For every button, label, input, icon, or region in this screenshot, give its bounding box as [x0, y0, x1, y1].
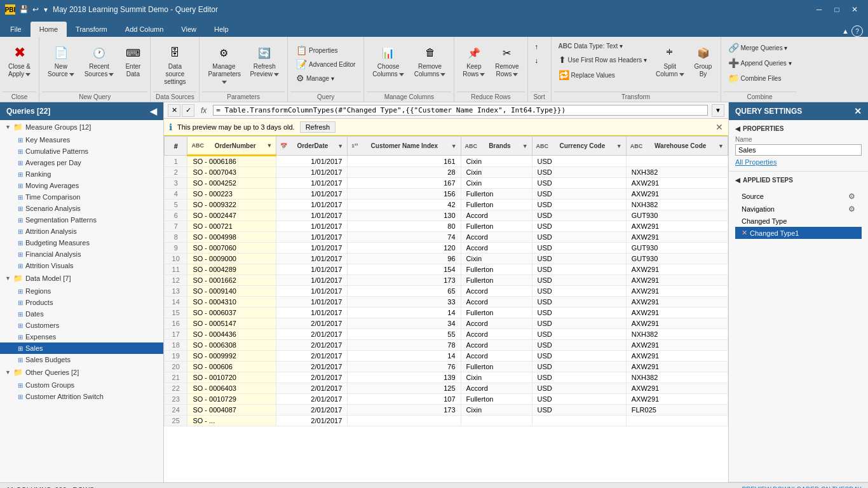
tab-file[interactable]: File — [1, 22, 31, 37]
tab-view[interactable]: View — [172, 22, 205, 37]
gear-icon[interactable]: ⚙ — [848, 192, 855, 201]
table-icon: ⊞ — [18, 159, 23, 166]
sidebar-collapse-btn[interactable]: ◀ — [150, 106, 157, 116]
ribbon-group-combine: 🔗 Merge Queries ▾ ➕ Append Queries ▾ 📁 C… — [721, 37, 799, 102]
remove-columns-button[interactable]: 🗑 RemoveColumns — [410, 41, 450, 81]
cell-currency-code: USD — [532, 318, 626, 329]
append-queries-button[interactable]: ➕ Append Queries ▾ — [725, 56, 795, 70]
properties-button[interactable]: 📋 Properties — [293, 43, 358, 57]
gear-icon[interactable]: ⚙ — [848, 205, 855, 214]
sidebar-item-sales[interactable]: ⊞ Sales — [0, 342, 163, 354]
window-maximize-btn[interactable]: □ — [829, 3, 845, 16]
tab-transform[interactable]: Transform — [67, 22, 116, 37]
cell-order-number: SO - 0004436 — [187, 329, 276, 340]
keep-rows-button[interactable]: 📌 KeepRows — [458, 41, 489, 81]
chevron-down-icon: ◀ — [735, 177, 740, 184]
group-by-button[interactable]: 📦 GroupBy — [690, 41, 717, 81]
sidebar-item-sales-budgets[interactable]: ⊞ Sales Budgets — [0, 354, 163, 365]
sidebar-group-header-data-model[interactable]: ▼ 📁 Data Model [7] — [0, 271, 163, 285]
cell-order-date: 2/01/2017 — [276, 394, 348, 405]
cell-order-date: 2/01/2017 — [276, 318, 348, 329]
sidebar-item-dates[interactable]: ⊞ Dates — [0, 308, 163, 320]
window-minimize-btn[interactable]: ─ — [811, 3, 827, 16]
qs-step-changed-type1[interactable]: ✕ Changed Type1 — [735, 227, 862, 239]
refresh-preview-button[interactable]: 🔄 RefreshPreview — [245, 41, 283, 81]
manage-parameters-button[interactable]: ⚙ ManageParameters — [203, 41, 244, 89]
cell-row-num: 24 — [165, 405, 187, 416]
sidebar-item-customers[interactable]: ⊞ Customers — [0, 320, 163, 331]
sidebar-item-products[interactable]: ⊞ Products — [0, 297, 163, 308]
sidebar-item-time-comparison[interactable]: ⊞ Time Comparison — [0, 191, 163, 203]
sidebar-group-header-measure-groups[interactable]: ▼ 📁 Measure Groups [12] — [0, 120, 163, 134]
data-type-button[interactable]: ABC Data Type: Text ▾ — [555, 41, 650, 51]
formula-confirm-btn[interactable]: ✓ — [182, 104, 194, 117]
sidebar-item-attrition-visuals[interactable]: ⊞ Attrition Visuals — [0, 260, 163, 271]
filter-icon-order-number[interactable]: ▼ — [266, 142, 272, 149]
qs-all-properties-link[interactable]: All Properties — [735, 158, 776, 166]
help-icon[interactable]: ? — [851, 25, 863, 37]
manage-button[interactable]: ⚙ Manage ▾ — [293, 71, 358, 85]
table-row: 23SO - 00107292/01/2017107FullertonUSDAX… — [165, 394, 728, 405]
advanced-editor-button[interactable]: 📝 Advanced Editor — [293, 57, 358, 71]
data-table-container[interactable]: # ABC OrderNumber ▼ — [164, 136, 728, 482]
sort-desc-button[interactable]: ↓ — [532, 55, 547, 66]
sidebar-item-averages-per-day[interactable]: ⊞ Averages per Day — [0, 157, 163, 168]
sidebar-item-budgeting-measures[interactable]: ⊞ Budgeting Measures — [0, 237, 163, 248]
use-first-row-button[interactable]: ⬆ Use First Row as Headers ▾ — [555, 53, 650, 67]
recent-sources-button[interactable]: 🕐 RecentSources — [80, 41, 119, 81]
new-source-button[interactable]: 📄 NewSource — [43, 41, 79, 81]
data-source-settings-button[interactable]: 🗄 Data sourcesettings — [154, 41, 195, 89]
cell-customer-name-index: 167 — [348, 178, 461, 189]
qs-step-changed-type[interactable]: Changed Type — [735, 215, 862, 227]
ribbon-collapse-btn[interactable]: ▲ — [842, 27, 849, 35]
sidebar-item-scenario-analysis[interactable]: ⊞ Scenario Analysis — [0, 203, 163, 214]
sidebar-item-moving-averages[interactable]: ⊞ Moving Averages — [0, 180, 163, 191]
filter-icon-order-date[interactable]: ▼ — [337, 143, 343, 149]
remove-rows-button[interactable]: ✂ RemoveRows — [491, 41, 523, 81]
quick-access-dropdown[interactable]: ▼ — [43, 6, 49, 13]
filter-icon-cni[interactable]: ▼ — [451, 143, 457, 149]
filter-icon-currency[interactable]: ▼ — [616, 143, 622, 149]
filter-icon-warehouse[interactable]: ▼ — [718, 143, 724, 149]
quick-access-save[interactable]: 💾 — [19, 5, 29, 14]
sidebar-item-expenses[interactable]: ⊞ Expenses — [0, 331, 163, 342]
cell-currency-code: USD — [532, 286, 626, 297]
sidebar-item-financial-analysis[interactable]: ⊞ Financial Analysis — [0, 248, 163, 260]
query-settings-close-btn[interactable]: ✕ — [854, 106, 862, 116]
sidebar-item-ranking[interactable]: ⊞ Ranking — [0, 168, 163, 180]
sort-asc-button[interactable]: ↑ — [532, 41, 547, 52]
window-close-btn[interactable]: ✕ — [846, 3, 863, 16]
enter-data-button[interactable]: ⌨ EnterData — [119, 41, 146, 81]
choose-columns-button[interactable]: 📊 ChooseColumns — [368, 41, 408, 81]
merge-queries-button[interactable]: 🔗 Merge Queries ▾ — [725, 41, 795, 55]
sidebar-item-key-measures[interactable]: ⊞ Key Measures — [0, 134, 163, 146]
sidebar-item-attrition-analysis[interactable]: ⊞ Attrition Analysis — [0, 226, 163, 237]
qs-step-navigation[interactable]: Navigation ⚙ — [735, 203, 862, 215]
split-column-button[interactable]: ⫩ SplitColumn — [651, 41, 688, 81]
tab-add-column[interactable]: Add Column — [116, 22, 173, 37]
formula-input[interactable] — [213, 105, 708, 116]
sidebar-item-segmentation-patterns[interactable]: ⊞ Segmentation Patterns — [0, 214, 163, 226]
filter-icon-brands[interactable]: ▼ — [522, 143, 528, 149]
formula-cancel-btn[interactable]: ✕ — [168, 104, 180, 117]
tab-home[interactable]: Home — [31, 22, 67, 37]
sidebar-item-customer-attrition[interactable]: ⊞ Customer Attrition Switch — [0, 391, 163, 402]
sidebar-item-custom-groups[interactable]: ⊞ Custom Groups — [0, 379, 163, 391]
tab-help[interactable]: Help — [205, 22, 238, 37]
replace-values-button[interactable]: 🔁 Replace Values — [555, 68, 650, 82]
formula-expand-btn[interactable]: ▼ — [712, 104, 724, 117]
notification-close-btn[interactable]: ✕ — [715, 122, 723, 132]
sidebar-item-regions[interactable]: ⊞ Regions — [0, 285, 163, 297]
sidebar-scroll[interactable]: ▼ 📁 Measure Groups [12] ⊞ Key Measures ⊞… — [0, 120, 163, 482]
notification-refresh-btn[interactable]: Refresh — [300, 121, 336, 133]
qs-step-source[interactable]: Source ⚙ — [735, 190, 862, 203]
col-header-order-number: ABC OrderNumber ▼ — [187, 137, 276, 156]
cell-order-date: 2/01/2017 — [276, 405, 348, 416]
qs-name-input[interactable] — [735, 144, 862, 156]
quick-access-undo[interactable]: ↩ — [32, 5, 39, 14]
close-apply-button[interactable]: ✖ Close &Apply — [4, 41, 35, 81]
sidebar-group-header-other-queries[interactable]: ▼ 📁 Other Queries [2] — [0, 365, 163, 379]
combine-files-button[interactable]: 📁 Combine Files — [725, 71, 795, 85]
cell-warehouse-code: NXH382 — [626, 372, 728, 383]
sidebar-item-cumulative-patterns[interactable]: ⊞ Cumulative Patterns — [0, 146, 163, 157]
